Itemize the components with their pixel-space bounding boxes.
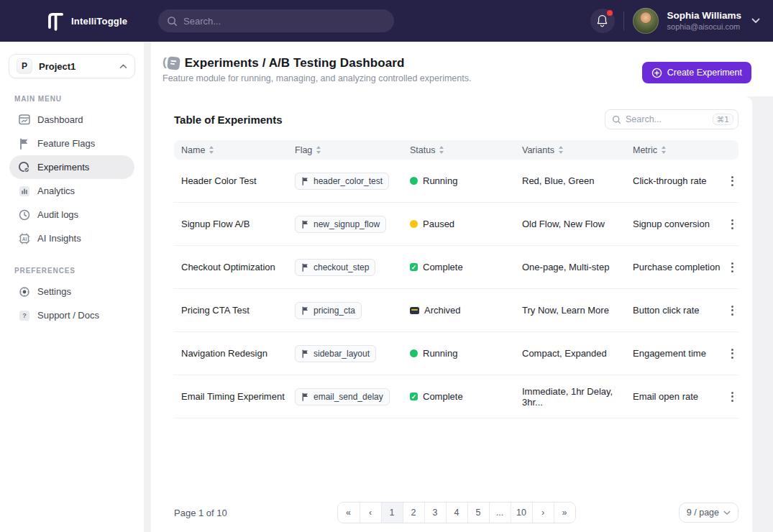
- sidebar-item-settings[interactable]: Settings: [9, 280, 134, 303]
- topbar: IntelliToggle Sophia Williams sophia@ais…: [0, 0, 773, 42]
- flag-tag: pricing_cta: [295, 302, 362, 319]
- search-shortcut-badge: ⌘1: [713, 114, 733, 126]
- search-icon: [167, 16, 178, 27]
- experiment-name: Signup Flow A/B: [181, 219, 295, 229]
- status-badge: Paused: [410, 219, 522, 229]
- sidebar-item-dashboard[interactable]: Dashboard: [9, 108, 134, 132]
- global-search[interactable]: [158, 9, 394, 32]
- metric-cell: Engagement time: [633, 348, 726, 359]
- search-icon: [612, 115, 621, 124]
- user-avatar[interactable]: [633, 8, 659, 34]
- user-menu-chevron-down-icon[interactable]: [751, 18, 760, 24]
- experiments-module-icon: (: [163, 56, 180, 70]
- row-actions-kebab-icon[interactable]: [726, 173, 738, 189]
- experiments-icon: [18, 161, 30, 173]
- table-row: Header Color Test header_color_test Runn…: [174, 160, 738, 203]
- pager: « ‹ 1 2 3 4 5 ... 10 › »: [337, 502, 576, 523]
- project-selector[interactable]: P Project1: [9, 54, 135, 78]
- page-title: Experiments / A/B Testing Dashboard: [185, 56, 405, 70]
- flag-icon: [301, 393, 309, 401]
- metric-cell: Signup conversion: [633, 219, 726, 229]
- metric-cell: Button click rate: [633, 305, 726, 316]
- status-badge: Complete: [410, 262, 522, 272]
- notifications-button[interactable]: [590, 9, 615, 33]
- status-badge: Running: [410, 348, 522, 359]
- pager-next-button[interactable]: ›: [532, 503, 554, 523]
- page-subtitle: Feature module for running, managing, an…: [163, 73, 471, 83]
- pager-prev-button[interactable]: ‹: [360, 503, 381, 523]
- analytics-bar-chart-icon: [18, 185, 30, 197]
- flag-tag: sidebar_layout: [295, 345, 376, 362]
- experiment-name: Pricing CTA Test: [181, 305, 295, 316]
- sort-icon: [662, 146, 666, 154]
- table-header-row: Name Flag Status Variants Metric: [174, 140, 738, 160]
- sidebar-item-feature-flags[interactable]: Feature Flags: [9, 132, 134, 155]
- table-row: Email Timing Experiment email_send_delay…: [174, 375, 738, 418]
- pager-page-4[interactable]: 4: [446, 503, 467, 523]
- row-actions-kebab-icon[interactable]: [726, 260, 738, 275]
- pager-ellipsis[interactable]: ...: [489, 503, 511, 523]
- table-row: Navigation Redesign sidebar_layout Runni…: [174, 332, 738, 375]
- pager-page-5[interactable]: 5: [467, 503, 489, 523]
- pager-page-2[interactable]: 2: [403, 503, 424, 523]
- sidebar-item-label: Experiments: [37, 162, 89, 173]
- column-header-metric[interactable]: Metric: [633, 145, 726, 155]
- row-actions-kebab-icon[interactable]: [726, 346, 738, 362]
- status-icon: [410, 349, 418, 357]
- sort-icon: [439, 146, 444, 154]
- experiment-name: Checkout Optimization: [181, 262, 295, 272]
- column-header-name[interactable]: Name: [181, 145, 295, 155]
- pager-first-button[interactable]: «: [338, 503, 360, 523]
- sidebar-item-label: Analytics: [37, 185, 75, 196]
- page-size-value: 9 / page: [687, 508, 719, 518]
- page-size-select[interactable]: 9 / page: [679, 503, 738, 523]
- global-search-input[interactable]: [183, 16, 385, 27]
- metric-cell: Purchase completion: [633, 262, 726, 272]
- svg-text:AI: AI: [22, 236, 27, 241]
- column-header-variants[interactable]: Variants: [522, 145, 633, 155]
- flag-tag: checkout_step: [295, 259, 375, 276]
- section-label-preferences: PREFERENCES: [14, 267, 144, 275]
- bell-icon: [596, 14, 608, 27]
- variants-cell: One-page, Multi-step: [522, 262, 633, 272]
- gear-icon: [18, 285, 30, 298]
- column-header-status[interactable]: Status: [410, 145, 522, 155]
- variants-cell: Red, Blue, Green: [522, 175, 633, 186]
- app-logo[interactable]: IntelliToggle: [45, 10, 127, 32]
- table-title: Table of Experiments: [174, 114, 283, 126]
- chevron-down-icon: [723, 510, 731, 515]
- help-icon: ?: [18, 309, 30, 321]
- pager-page-1[interactable]: 1: [381, 503, 403, 523]
- flag-icon: [301, 349, 309, 358]
- status-icon: [410, 393, 418, 400]
- row-actions-kebab-icon[interactable]: [726, 389, 738, 405]
- user-name: Sophia Williams: [667, 10, 741, 22]
- column-header-flag[interactable]: Flag: [295, 145, 410, 155]
- sidebar-item-support-docs[interactable]: ? Support / Docs: [9, 303, 134, 327]
- pager-last-button[interactable]: »: [554, 503, 575, 523]
- flag-tag: email_send_delay: [295, 388, 390, 405]
- flag-tag: header_color_test: [295, 173, 389, 190]
- table-row: Pricing CTA Test pricing_cta Archived Tr…: [174, 289, 738, 332]
- user-meta: Sophia Williams sophia@aisocui.com: [667, 10, 741, 32]
- brand-name: IntelliToggle: [71, 16, 127, 27]
- sidebar-item-audit-logs[interactable]: Audit logs: [9, 203, 134, 226]
- variants-cell: Old Flow, New Flow: [522, 219, 633, 229]
- sidebar-item-analytics[interactable]: Analytics: [9, 179, 134, 203]
- row-actions-kebab-icon[interactable]: [726, 216, 738, 232]
- sort-icon: [209, 146, 214, 154]
- row-actions-kebab-icon[interactable]: [726, 303, 738, 318]
- project-name: Project1: [39, 61, 113, 72]
- sort-icon: [316, 146, 321, 154]
- page-summary: Page 1 of 10: [174, 508, 227, 518]
- pager-page-3[interactable]: 3: [424, 503, 446, 523]
- experiment-name: Header Color Test: [181, 175, 295, 186]
- status-badge: Complete: [410, 391, 522, 402]
- variants-cell: Compact, Expanded: [522, 348, 633, 359]
- pager-page-10[interactable]: 10: [511, 503, 532, 523]
- table-search[interactable]: ⌘1: [605, 109, 738, 129]
- sidebar-item-ai-insights[interactable]: AI AI Insights: [9, 226, 134, 250]
- table-search-input[interactable]: [626, 114, 708, 124]
- sidebar-item-experiments[interactable]: Experiments: [9, 155, 134, 179]
- create-experiment-button[interactable]: Create Experiment: [642, 62, 751, 83]
